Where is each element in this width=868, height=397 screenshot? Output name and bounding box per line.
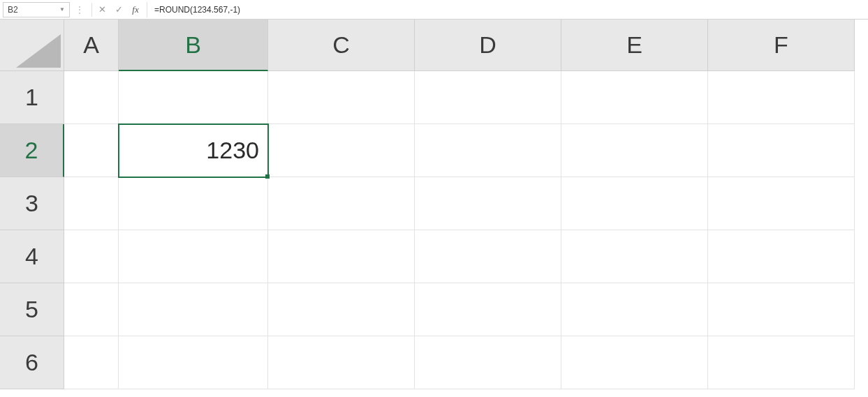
name-box[interactable]: B2 ▼ <box>3 2 70 17</box>
cell-C5[interactable] <box>268 283 415 336</box>
name-box-value: B2 <box>8 5 18 15</box>
column-headers: A B C D E F <box>0 20 868 71</box>
cell-D5[interactable] <box>415 283 561 336</box>
cell-E3[interactable] <box>561 177 708 230</box>
cell-D4[interactable] <box>415 230 561 283</box>
row-2: 2 1230 <box>0 124 868 177</box>
cell-E1[interactable] <box>561 71 708 124</box>
row-4: 4 <box>0 230 868 283</box>
cell-F4[interactable] <box>708 230 855 283</box>
cell-C6[interactable] <box>268 336 415 389</box>
cell-F1[interactable] <box>708 71 855 124</box>
cell-A2[interactable] <box>64 124 119 177</box>
cell-C2[interactable] <box>268 124 415 177</box>
spreadsheet-grid: A B C D E F 1 2 1230 3 4 <box>0 20 868 389</box>
formula-input[interactable] <box>147 2 865 17</box>
select-all-corner[interactable] <box>0 20 64 71</box>
cell-C1[interactable] <box>268 71 415 124</box>
cell-F3[interactable] <box>708 177 855 230</box>
cell-C3[interactable] <box>268 177 415 230</box>
formula-bar: B2 ▼ ⋮ ✕ ✓ fx <box>0 0 868 20</box>
column-header-A[interactable]: A <box>64 20 119 71</box>
cell-value: 1230 <box>206 137 259 164</box>
fx-icon: fx <box>132 4 138 15</box>
cell-D3[interactable] <box>415 177 561 230</box>
close-icon: ✕ <box>98 4 106 15</box>
row-header-2[interactable]: 2 <box>0 124 64 177</box>
cell-F5[interactable] <box>708 283 855 336</box>
cell-A3[interactable] <box>64 177 119 230</box>
cell-B5[interactable] <box>119 283 268 336</box>
cell-A5[interactable] <box>64 283 119 336</box>
column-header-B[interactable]: B <box>119 20 268 71</box>
cell-D1[interactable] <box>415 71 561 124</box>
cell-F6[interactable] <box>708 336 855 389</box>
row-header-3[interactable]: 3 <box>0 177 64 230</box>
column-header-C[interactable]: C <box>268 20 415 71</box>
cell-B3[interactable] <box>119 177 268 230</box>
row-header-6[interactable]: 6 <box>0 336 64 389</box>
insert-function-button[interactable]: fx <box>127 2 144 17</box>
cell-E2[interactable] <box>561 124 708 177</box>
cell-F2[interactable] <box>708 124 855 177</box>
cell-D6[interactable] <box>415 336 561 389</box>
cell-A6[interactable] <box>64 336 119 389</box>
divider-icon: ⋮ <box>70 5 90 15</box>
row-header-4[interactable]: 4 <box>0 230 64 283</box>
enter-button[interactable]: ✓ <box>110 2 127 17</box>
column-header-D[interactable]: D <box>415 20 561 71</box>
cell-E6[interactable] <box>561 336 708 389</box>
row-1: 1 <box>0 71 868 124</box>
cell-D2[interactable] <box>415 124 561 177</box>
row-header-5[interactable]: 5 <box>0 283 64 336</box>
cell-B1[interactable] <box>119 71 268 124</box>
cell-B2[interactable]: 1230 <box>119 124 268 177</box>
cell-E4[interactable] <box>561 230 708 283</box>
column-header-F[interactable]: F <box>708 20 855 71</box>
cell-E5[interactable] <box>561 283 708 336</box>
check-icon: ✓ <box>115 4 123 15</box>
cell-C4[interactable] <box>268 230 415 283</box>
cancel-button[interactable]: ✕ <box>94 2 110 17</box>
row-header-1[interactable]: 1 <box>0 71 64 124</box>
chevron-down-icon[interactable]: ▼ <box>59 6 65 13</box>
cell-B4[interactable] <box>119 230 268 283</box>
divider <box>91 3 92 17</box>
cell-A4[interactable] <box>64 230 119 283</box>
row-6: 6 <box>0 336 868 389</box>
row-5: 5 <box>0 283 868 336</box>
cell-B6[interactable] <box>119 336 268 389</box>
fill-handle[interactable] <box>265 174 270 179</box>
cell-A1[interactable] <box>64 71 119 124</box>
column-header-E[interactable]: E <box>561 20 708 71</box>
row-3: 3 <box>0 177 868 230</box>
select-all-triangle-icon <box>16 34 61 68</box>
